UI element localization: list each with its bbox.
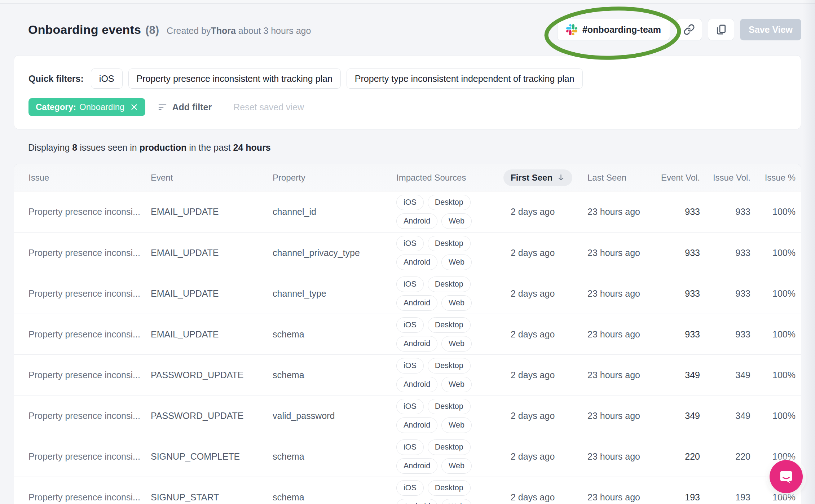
- table-row[interactable]: Property presence inconsi... EMAIL_UPDAT…: [14, 232, 801, 273]
- column-header-issue: Issue: [28, 173, 151, 183]
- impacted-sources-cell: iOSDesktopAndroidWeb: [396, 439, 511, 474]
- last-seen-cell: 23 hours ago: [587, 248, 655, 258]
- filters-panel: Quick filters: iOS Property presence inc…: [14, 55, 801, 129]
- slack-channel-label: #onboarding-team: [582, 25, 661, 35]
- last-seen-cell: 23 hours ago: [587, 492, 655, 503]
- issue-cell: Property presence inconsi...: [28, 288, 151, 299]
- source-pill: Web: [441, 295, 472, 311]
- table-row[interactable]: Property presence inconsi... EMAIL_UPDAT…: [14, 191, 801, 232]
- table-row[interactable]: Property presence inconsi... EMAIL_UPDAT…: [14, 273, 801, 314]
- first-seen-cell: 2 days ago: [511, 411, 587, 421]
- quick-filter-button-presence[interactable]: Property presence inconsistent with trac…: [128, 68, 341, 89]
- property-cell: schema: [273, 329, 396, 340]
- property-cell: schema: [273, 370, 396, 380]
- sort-first-seen-button[interactable]: First Seen: [503, 169, 572, 186]
- column-header-last-seen: Last Seen: [587, 173, 655, 183]
- source-pill: Desktop: [428, 236, 471, 251]
- source-pill: iOS: [396, 277, 424, 292]
- add-filter-label: Add filter: [172, 102, 212, 112]
- property-cell: channel_id: [273, 207, 396, 217]
- issue-vol-cell: 933: [700, 329, 750, 340]
- issue-vol-cell: 933: [700, 207, 750, 217]
- last-seen-cell: 23 hours ago: [587, 370, 655, 380]
- source-pill: Desktop: [428, 399, 471, 414]
- issue-pct-cell: 100%: [750, 248, 796, 258]
- source-pill: Desktop: [428, 317, 471, 333]
- first-seen-cell: 2 days ago: [511, 370, 587, 380]
- slack-channel-button[interactable]: #onboarding-team: [557, 19, 670, 40]
- summary-environment: production: [140, 142, 187, 152]
- issue-cell: Property presence inconsi...: [28, 411, 151, 421]
- event-vol-cell: 933: [655, 207, 700, 217]
- quick-filter-button-type[interactable]: Property type inconsistent independent o…: [347, 68, 583, 89]
- source-pill: Web: [441, 377, 472, 392]
- last-seen-cell: 23 hours ago: [587, 207, 655, 217]
- source-pill: Desktop: [428, 277, 471, 292]
- scroll-edge-shade: [803, 0, 815, 504]
- quick-filter-button-ios[interactable]: iOS: [91, 68, 123, 89]
- column-header-property: Property: [273, 173, 396, 183]
- column-header-first-seen: First Seen: [511, 169, 587, 186]
- source-pill: Web: [441, 499, 472, 504]
- source-pill: iOS: [396, 195, 424, 210]
- impacted-sources-cell: iOSDesktopAndroidWeb: [396, 358, 511, 392]
- event-cell: SIGNUP_START: [151, 492, 273, 503]
- reset-saved-view-button[interactable]: Reset saved view: [233, 102, 304, 112]
- event-vol-cell: 349: [655, 411, 700, 421]
- event-vol-cell: 933: [655, 248, 700, 258]
- source-pill: Desktop: [428, 195, 471, 210]
- last-seen-cell: 23 hours ago: [587, 451, 655, 462]
- first-seen-label: First Seen: [511, 173, 552, 183]
- page-header: Onboarding events (8) Created byThoraabo…: [14, 19, 801, 40]
- first-seen-cell: 2 days ago: [511, 451, 587, 462]
- chat-bubble-icon: [777, 468, 795, 486]
- source-pill: Android: [396, 377, 437, 392]
- table-row[interactable]: Property presence inconsi... EMAIL_UPDAT…: [14, 314, 801, 354]
- issue-cell: Property presence inconsi...: [28, 207, 151, 217]
- issue-vol-cell: 349: [700, 411, 750, 421]
- event-cell: EMAIL_UPDATE: [151, 248, 273, 258]
- quick-filters-label: Quick filters:: [28, 74, 84, 84]
- summary-count: 8: [72, 142, 77, 152]
- table-row[interactable]: Property presence inconsi... PASSWORD_UP…: [14, 395, 801, 436]
- summary-window: 24 hours: [233, 142, 271, 152]
- page-title: Onboarding events: [28, 23, 141, 37]
- issue-cell: Property presence inconsi...: [28, 370, 151, 380]
- category-filter-chip[interactable]: Category: Onboarding: [28, 98, 145, 116]
- add-filter-button[interactable]: Add filter: [158, 102, 212, 112]
- summary-mid2: in the past: [189, 142, 230, 152]
- source-pill: Desktop: [428, 358, 471, 373]
- chip-label: Category:: [36, 102, 76, 112]
- first-seen-cell: 2 days ago: [511, 207, 587, 217]
- issue-pct-cell: 100%: [750, 329, 796, 340]
- source-pill: iOS: [396, 317, 424, 333]
- slack-icon: [566, 24, 577, 35]
- event-vol-cell: 193: [655, 492, 700, 503]
- event-vol-cell: 933: [655, 288, 700, 299]
- save-view-button[interactable]: Save View: [740, 19, 801, 40]
- issue-pct-cell: 100%: [750, 411, 796, 421]
- source-pill: Web: [441, 417, 472, 433]
- issue-vol-cell: 933: [700, 288, 750, 299]
- source-pill: iOS: [396, 358, 424, 373]
- source-pill: Android: [396, 458, 437, 474]
- source-pill: iOS: [396, 236, 424, 251]
- chat-launcher-button[interactable]: [770, 460, 803, 493]
- impacted-sources-cell: iOSDesktopAndroidWeb: [396, 317, 511, 352]
- issue-vol-cell: 193: [700, 492, 750, 503]
- column-header-issue-vol: Issue Vol.: [700, 173, 750, 183]
- table-row[interactable]: Property presence inconsi... SIGNUP_COMP…: [14, 436, 801, 477]
- column-header-issue-pct: Issue %: [750, 173, 796, 183]
- table-row[interactable]: Property presence inconsi... SIGNUP_STAR…: [14, 477, 801, 504]
- source-pill: Web: [441, 458, 472, 474]
- source-pill: Web: [441, 336, 472, 352]
- event-cell: EMAIL_UPDATE: [151, 207, 273, 217]
- event-cell: EMAIL_UPDATE: [151, 329, 273, 340]
- copy-link-button[interactable]: [676, 19, 702, 40]
- duplicate-view-button[interactable]: [708, 19, 734, 40]
- impacted-sources-cell: iOSDesktopAndroidWeb: [396, 399, 511, 433]
- top-divider: [0, 0, 815, 4]
- table-row[interactable]: Property presence inconsi... PASSWORD_UP…: [14, 354, 801, 395]
- property-cell: schema: [273, 451, 396, 462]
- remove-filter-icon[interactable]: [130, 103, 138, 111]
